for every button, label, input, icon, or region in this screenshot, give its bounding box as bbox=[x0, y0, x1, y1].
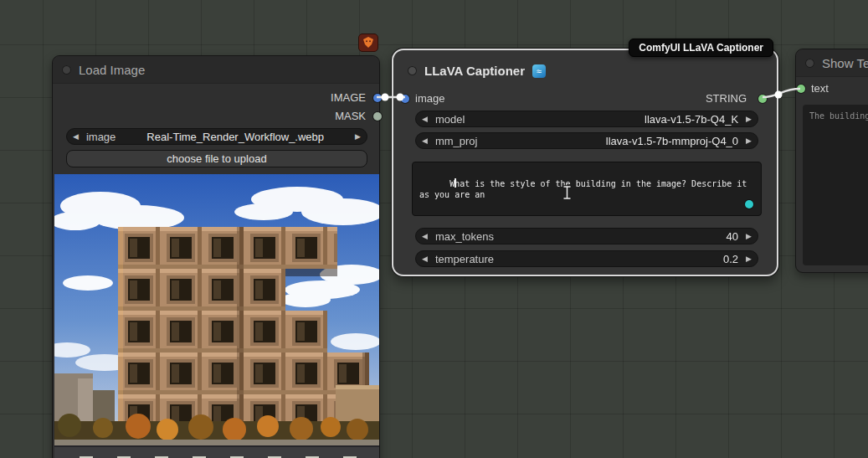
node-type-badge: ComfyUI LLaVA Captioner bbox=[629, 39, 773, 57]
combo-left-arrow-icon[interactable]: ◀ bbox=[73, 133, 79, 141]
collapse-dot[interactable] bbox=[408, 66, 417, 75]
graph-canvas[interactable]: Load Image IMAGE MASK ◀ image Real-Time_… bbox=[0, 0, 868, 458]
image-output-label: IMAGE bbox=[331, 91, 366, 105]
combo-left-arrow-icon[interactable]: ◀ bbox=[422, 255, 428, 263]
text-input-dot[interactable] bbox=[797, 85, 805, 93]
node-title: Show Text bbox=[822, 56, 868, 70]
widget-value: 40 bbox=[727, 230, 738, 243]
widget-value: 0.2 bbox=[723, 253, 738, 265]
combo-value: llava-v1.5-7b-mmproj-Q4_0 bbox=[606, 135, 738, 147]
node-show-text[interactable]: Show Text text The buildings bbox=[795, 49, 868, 273]
combo-right-arrow-icon[interactable]: ▶ bbox=[746, 233, 752, 240]
image-filename-combo[interactable]: ◀ image Real-Time_Render_Workflow_.webp … bbox=[66, 128, 367, 145]
textarea-handle-dot[interactable] bbox=[745, 200, 753, 208]
mask-output-dot[interactable] bbox=[373, 112, 382, 121]
widget-name: max_tokens bbox=[435, 230, 494, 243]
image-output-dot[interactable] bbox=[373, 94, 382, 102]
show-text-header[interactable]: Show Text bbox=[796, 49, 868, 77]
ibeam-cursor-icon bbox=[562, 185, 573, 203]
string-output-label: STRING bbox=[706, 92, 747, 105]
combo-name: model bbox=[435, 113, 465, 126]
node-load-image[interactable]: Load Image IMAGE MASK ◀ image Real-Time_… bbox=[52, 55, 380, 458]
prompt-text: What is the style of the building in the… bbox=[419, 179, 752, 199]
custom-node-badge-icon bbox=[358, 33, 378, 52]
image-input-label: image bbox=[415, 92, 444, 105]
combo-right-arrow-icon[interactable]: ▶ bbox=[355, 133, 361, 141]
collapse-dot[interactable] bbox=[62, 65, 71, 75]
upload-button[interactable]: choose file to upload bbox=[66, 150, 367, 167]
combo-left-arrow-icon[interactable]: ◀ bbox=[422, 233, 428, 240]
combo-left-arrow-icon[interactable]: ◀ bbox=[422, 116, 428, 123]
combo-right-arrow-icon[interactable]: ▶ bbox=[746, 255, 752, 263]
widget-name: temperature bbox=[435, 253, 494, 265]
show-text-content: The buildings bbox=[809, 111, 868, 121]
image-preview bbox=[54, 174, 379, 458]
collapse-dot[interactable] bbox=[805, 59, 814, 68]
mm-proj-combo[interactable]: ◀ mm_proj llava-v1.5-7b-mmproj-Q4_0 ▶ bbox=[415, 132, 758, 149]
text-input-label: text bbox=[811, 82, 829, 95]
combo-value: llava-v1.5-7b-Q4_K bbox=[645, 113, 738, 126]
prompt-textarea[interactable]: What is the style of the building in the… bbox=[412, 162, 762, 216]
node-title: LLaVA Captioner bbox=[424, 64, 525, 78]
node-llava-captioner[interactable]: ComfyUI LLaVA Captioner LLaVA Captioner … bbox=[392, 49, 778, 276]
combo-value: Real-Time_Render_Workflow_.webp bbox=[146, 131, 324, 143]
model-combo[interactable]: ◀ model llava-v1.5-7b-Q4_K ▶ bbox=[415, 111, 758, 127]
wave-icon: ≈ bbox=[532, 64, 546, 78]
image-input-dot[interactable] bbox=[401, 95, 409, 103]
string-output-dot[interactable] bbox=[758, 95, 767, 103]
link-dot[interactable] bbox=[382, 94, 389, 101]
combo-right-arrow-icon[interactable]: ▶ bbox=[746, 137, 752, 145]
combo-name: image bbox=[86, 131, 116, 143]
load-image-header[interactable]: Load Image bbox=[53, 56, 379, 84]
combo-right-arrow-icon[interactable]: ▶ bbox=[746, 116, 752, 123]
mask-output-label: MASK bbox=[335, 110, 366, 123]
text-caret bbox=[455, 178, 456, 188]
show-text-output-panel[interactable]: The buildings bbox=[803, 105, 868, 265]
combo-left-arrow-icon[interactable]: ◀ bbox=[422, 137, 428, 145]
temperature-widget[interactable]: ◀ temperature 0.2 ▶ bbox=[415, 250, 758, 267]
llava-header[interactable]: LLaVA Captioner ≈ bbox=[408, 64, 546, 78]
node-title: Load Image bbox=[79, 63, 145, 77]
combo-name: mm_proj bbox=[435, 135, 478, 147]
max-tokens-widget[interactable]: ◀ max_tokens 40 ▶ bbox=[415, 228, 758, 244]
